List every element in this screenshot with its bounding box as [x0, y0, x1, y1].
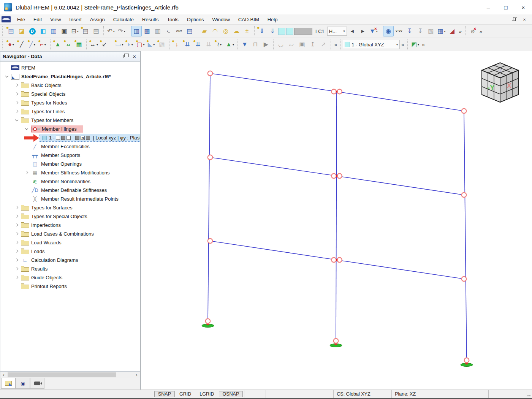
- node-dot[interactable]: [336, 91, 338, 93]
- plastic-hinge-node[interactable]: [462, 277, 467, 282]
- toggle-snap[interactable]: SNAP: [154, 391, 175, 397]
- tree-item-special-objects[interactable]: Special Objects: [0, 90, 140, 98]
- plastic-hinge-node[interactable]: [464, 358, 469, 363]
- navigator-toggle-icon[interactable]: ▥: [131, 26, 142, 36]
- new-dimension-icon[interactable]: ↔▾: [89, 39, 99, 50]
- work-plane-icon[interactable]: ▱: [286, 39, 297, 50]
- menu-results[interactable]: Results: [138, 14, 163, 25]
- toolbar1-overflow[interactable]: »: [478, 28, 484, 34]
- tree-item-types-for-special-objects[interactable]: Types for Special Objects: [0, 212, 140, 221]
- toggle-grid[interactable]: GRID: [176, 391, 195, 397]
- tree-item-member-eccentricities[interactable]: ╱Member Eccentricities: [0, 142, 140, 151]
- scroll-left-icon[interactable]: ‹: [0, 372, 7, 378]
- menu-insert[interactable]: Insert: [65, 14, 86, 25]
- show-numbering-icon[interactable]: x.xx: [394, 26, 404, 36]
- new-support-displacement-icon[interactable]: ▲▾: [225, 39, 235, 50]
- tree-item-load-wizards[interactable]: Load Wizards: [0, 238, 140, 247]
- plastic-hinge-node[interactable]: [337, 174, 342, 179]
- view-overflow[interactable]: »: [458, 28, 463, 34]
- save-icon[interactable]: ▣: [59, 26, 70, 36]
- plastic-hinge-node[interactable]: [208, 155, 213, 160]
- expander-closed-icon[interactable]: [13, 256, 21, 264]
- show-hinges-icon[interactable]: ◉: [383, 26, 394, 36]
- new-polyline-icon[interactable]: ⌐▾: [38, 39, 48, 50]
- tree-item-member-result-intermediate-points[interactable]: ╳Member Result Intermediate Points: [0, 195, 140, 203]
- insert-overflow[interactable]: »: [333, 42, 339, 48]
- menu-file[interactable]: File: [13, 14, 29, 25]
- new-member-icon[interactable]: ╱▾: [27, 39, 38, 50]
- tree-item-guide-objects[interactable]: Guide Objects: [0, 273, 140, 282]
- clear-search-icon[interactable]: ⌀: [467, 26, 478, 36]
- expander-closed-icon[interactable]: [13, 247, 21, 256]
- result-beam-icon[interactable]: ◡: [276, 39, 286, 50]
- expander-open-icon[interactable]: [3, 72, 11, 81]
- plastic-hinge-node[interactable]: [462, 109, 467, 114]
- new-nodal-load-icon[interactable]: ↓: [171, 39, 182, 50]
- expander-open-icon[interactable]: [23, 125, 31, 133]
- cube-right-label[interactable]: X: [507, 82, 511, 89]
- tree-item-loads[interactable]: Loads: [0, 247, 140, 256]
- cube-front-label[interactable]: -Y: [487, 83, 495, 92]
- child-minimize-button[interactable]: –: [498, 15, 508, 24]
- plastic-hinge-node[interactable]: [337, 258, 342, 263]
- tree-item-imperfections[interactable]: Imperfections: [0, 221, 140, 230]
- select-region-icon[interactable]: ☁: [231, 26, 242, 36]
- console-icon[interactable]: ›_: [163, 26, 174, 36]
- select-special-icon[interactable]: ±: [242, 26, 252, 36]
- model-viewport[interactable]: -Y X -Z: [141, 51, 532, 390]
- scroll-right-icon[interactable]: ›: [133, 372, 140, 378]
- show-result-diagram-icon[interactable]: ◢: [447, 26, 458, 36]
- tree-item-types-for-surfaces[interactable]: Types for Surfaces: [0, 203, 140, 212]
- tree-item-member-openings[interactable]: ◫Member Openings: [0, 160, 140, 168]
- tree-item-member-supports[interactable]: ┯┯Member Supports: [0, 151, 140, 160]
- coordinate-system-select[interactable]: 1 - Global XYZ▾: [343, 40, 400, 49]
- scrollbar-thumb[interactable]: [8, 372, 116, 377]
- new-nodal-support-icon[interactable]: ▲: [52, 39, 63, 50]
- expander-closed-icon[interactable]: [13, 212, 21, 221]
- model-manager-icon[interactable]: ▥: [48, 26, 59, 36]
- tree-item-member-hinges[interactable]: Member Hinges: [0, 125, 140, 133]
- previous-load-case-icon[interactable]: ◂: [347, 26, 358, 36]
- new-printout-report-icon[interactable]: ▤: [80, 26, 91, 36]
- new-folded-surface-icon[interactable]: ◣▾: [146, 39, 157, 50]
- new-surface-support-icon[interactable]: ▦: [74, 39, 84, 50]
- new-line-support-icon[interactable]: ▴▴: [63, 39, 74, 50]
- visibility-filter-icon[interactable]: ▼: [239, 39, 250, 50]
- new-block-icon[interactable]: ▧: [157, 39, 167, 50]
- toggle-lgrid[interactable]: LGRID: [196, 391, 218, 397]
- new-solid-icon[interactable]: ◗▾: [125, 39, 135, 50]
- expander-closed-icon[interactable]: [13, 238, 21, 247]
- print-icon[interactable]: ⊟▾: [70, 26, 80, 36]
- show-surfaces-icon[interactable]: ▧: [426, 26, 436, 36]
- tree-item-member-definable-stiffnesses[interactable]: ╱DMember Definable Stiffnesses: [0, 186, 140, 195]
- undo-icon[interactable]: ↶▾: [106, 26, 116, 36]
- plastic-hinge-node[interactable]: [208, 239, 213, 244]
- new-node-icon[interactable]: ●▾: [6, 39, 16, 50]
- expander-closed-icon[interactable]: [13, 230, 21, 238]
- selected-hinge-entry[interactable]: 1 -N| Local xyz | φy : Plastic: [40, 134, 140, 141]
- new-line-icon[interactable]: ╱: [16, 39, 27, 50]
- expander-open-icon[interactable]: [13, 116, 21, 125]
- node-dot[interactable]: [336, 259, 338, 261]
- tree-item-hinge-1[interactable]: 1 -N| Local xyz | φy : Plastic: [0, 133, 140, 142]
- tree-item-model-file[interactable]: SteelFrame_PlasticHinges_Article.rf6*: [0, 72, 140, 81]
- plastic-hinge-node[interactable]: [462, 193, 467, 198]
- tables-toggle-icon[interactable]: ▦: [142, 26, 152, 36]
- menu-view[interactable]: View: [46, 14, 65, 25]
- steel-frame-model[interactable]: [141, 51, 532, 390]
- float-panel-icon[interactable]: [123, 55, 127, 58]
- dlubal-connect-icon[interactable]: D: [27, 26, 38, 36]
- tree-item-basic-objects[interactable]: Basic Objects: [0, 81, 140, 90]
- tab-views-navigator[interactable]: [30, 378, 44, 389]
- toolbar2-overflow[interactable]: »: [420, 42, 426, 48]
- tree-item-rfem[interactable]: RFEM: [0, 63, 140, 72]
- generate-loads-icon[interactable]: ⇓: [256, 26, 267, 36]
- view-cube[interactable]: -Y X -Z: [475, 58, 524, 104]
- plastic-hinge-node[interactable]: [331, 258, 336, 263]
- expander-closed-icon[interactable]: [13, 81, 21, 90]
- tree-item-member-nonlinearities[interactable]: ≷Member Nonlinearities: [0, 177, 140, 186]
- tree-item-load-cases-combinations[interactable]: Load Cases & Combinations: [0, 230, 140, 238]
- select-polygon-icon[interactable]: ▰: [199, 26, 210, 36]
- animation-icon[interactable]: ▶: [261, 39, 271, 50]
- plastic-hinge-node[interactable]: [331, 89, 336, 94]
